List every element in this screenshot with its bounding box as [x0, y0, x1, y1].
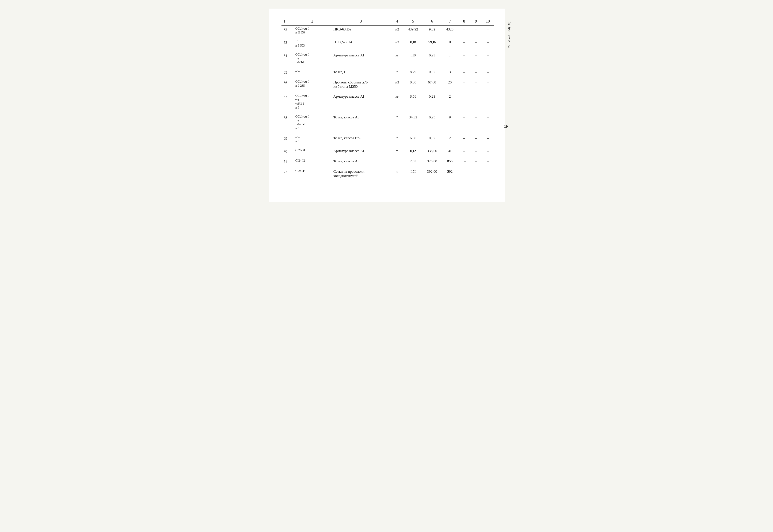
col-header-7: 7	[442, 17, 458, 26]
table-row: 68ССЦ том I т ч табл 3-I п 3То же, класс…	[281, 113, 494, 132]
table-row: 66ССЦ том I п 9-285Прогоны сборные ж/б и…	[281, 79, 494, 90]
col-header-4: 4	[390, 17, 404, 26]
table-row: 63–"– п 8-503ПТI2,5-I6.I4м30,I859,I6II––…	[281, 38, 494, 49]
col-header-1: 1	[281, 17, 293, 26]
spacer-row	[281, 111, 494, 113]
spacer-row	[281, 145, 494, 147]
col-header-10: 10	[482, 17, 494, 26]
spacer-row	[281, 132, 494, 134]
table-row: 67ССЦ том I т ч таб 3-I п IАрматура клас…	[281, 93, 494, 111]
table-row: 65–"–То же, ВI"8,290,323–––	[281, 68, 494, 76]
spacer-row	[281, 66, 494, 68]
spacer-row	[281, 49, 494, 51]
page-container: 223-1-419.84(IX) 19 1 2 3 4 5 6 7 8 9 10…	[269, 9, 505, 202]
table-row: 71СI24-I2То же, класса А3т2,63325,00855.…	[281, 157, 494, 165]
side-label-bottom: 19	[504, 124, 508, 129]
col-header-3: 3	[331, 17, 391, 26]
table-row: 64ССЦ том I т ч таб 3-IАрматура класса А…	[281, 51, 494, 66]
table-row: 70СI24-I0Арматура класса АIт0,I2338,004I…	[281, 147, 494, 155]
side-label-top: 223-1-419.84(IX)	[507, 21, 511, 48]
spacer-row	[281, 155, 494, 157]
col-header-5: 5	[404, 17, 422, 26]
table-row: 72СI24-43Сетки из проволоки холоднотянут…	[281, 168, 494, 179]
spacer-row	[281, 90, 494, 93]
col-header-8: 8	[458, 17, 470, 26]
col-header-9: 9	[470, 17, 482, 26]
col-header-6: 6	[423, 17, 442, 26]
spacer-row	[281, 36, 494, 38]
table-row: 69–"– п 6То же, класса Вр-I"6,600,322–––	[281, 134, 494, 145]
spacer-row	[281, 179, 494, 182]
spacer-row	[281, 165, 494, 168]
col-header-2: 2	[293, 17, 331, 26]
spacer-row	[281, 76, 494, 79]
header-row: 1 2 3 4 5 6 7 8 9 10	[281, 17, 494, 26]
main-table: 1 2 3 4 5 6 7 8 9 10 62ССЦ том I п II-I5…	[281, 17, 494, 182]
table-row: 62ССЦ том I п II-I58ПКВ-63.I5ам2439,929,…	[281, 26, 494, 36]
